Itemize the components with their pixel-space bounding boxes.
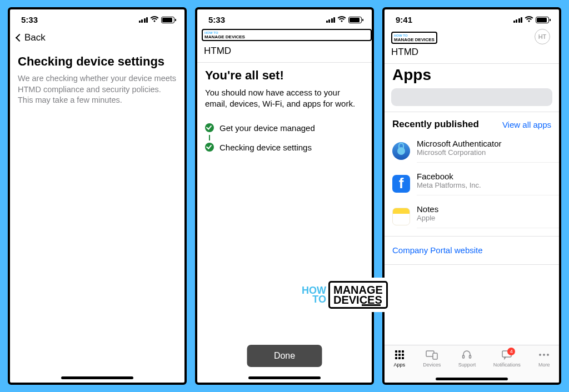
step-item: Get your device managed: [205, 123, 364, 133]
tab-more[interactable]: More: [538, 349, 550, 368]
apps-icon: [393, 349, 406, 361]
notifications-icon: 4: [501, 349, 513, 361]
check-circle-icon: [205, 123, 214, 132]
app-publisher: Meta Platforms, Inc.: [417, 181, 559, 189]
tab-devices[interactable]: Devices: [423, 349, 441, 368]
status-time: 5:33: [21, 15, 38, 24]
app-item-authenticator[interactable]: Microsoft Authenticator Microsoft Corpor…: [385, 134, 559, 167]
svg-rect-1: [433, 353, 437, 359]
phone-screen-3: 9:41 HOW TO MANAGE DEVICES HT HTMD Apps …: [382, 7, 561, 385]
divider: [385, 264, 559, 265]
logo-md: MANAGE DEVICES: [204, 34, 245, 39]
more-icon: [538, 349, 550, 361]
tab-label: Notifications: [493, 362, 521, 368]
wifi-icon: [525, 16, 533, 24]
app-header: HOW TO MANAGE DEVICES HT: [385, 27, 559, 46]
section-header: Recently published View all apps: [385, 112, 559, 134]
status-icons: [326, 16, 362, 24]
page-subtext: You should now have access to your email…: [197, 84, 372, 110]
signal-icon: [513, 17, 523, 23]
status-icons: [513, 16, 550, 24]
tab-support[interactable]: Support: [458, 349, 476, 368]
org-title: HTMD: [385, 46, 559, 63]
page-subtext: We are checking whether your device meet…: [10, 70, 184, 106]
back-label: Back: [24, 32, 46, 43]
authenticator-icon: [392, 142, 410, 160]
app-name: Notes: [417, 204, 559, 214]
page-headline: You're all set!: [197, 63, 372, 84]
app-item-facebook[interactable]: f Facebook Meta Platforms, Inc.: [385, 167, 559, 200]
status-time: 5:33: [208, 15, 225, 24]
wm-to: TO: [302, 295, 326, 304]
status-bar: 9:41: [385, 9, 559, 27]
section-title: Recently published: [392, 119, 479, 130]
phone-screen-1: 5:33 Back Checking device settings We ar…: [8, 7, 187, 385]
tab-bar: Apps Devices Support 4 Notifications: [385, 345, 559, 383]
tab-label: Devices: [423, 362, 441, 368]
battery-icon: [161, 17, 174, 23]
status-icons: [139, 16, 175, 24]
done-button[interactable]: Done: [247, 345, 322, 367]
battery-icon: [348, 17, 362, 23]
apps-title: Apps: [385, 64, 559, 88]
home-indicator[interactable]: [61, 376, 133, 379]
home-indicator[interactable]: [248, 376, 321, 379]
back-button[interactable]: Back: [10, 27, 184, 49]
app-publisher: Apple: [417, 214, 559, 222]
signal-icon: [326, 17, 336, 23]
status-bar: 5:33: [10, 9, 184, 27]
signal-icon: [139, 17, 148, 23]
home-indicator[interactable]: [436, 378, 508, 380]
wm-devices: DEVICES: [333, 295, 383, 305]
tab-apps[interactable]: Apps: [393, 349, 406, 368]
tab-label: More: [538, 362, 550, 368]
step-label: Get your device managed: [219, 123, 315, 133]
wifi-icon: [337, 16, 346, 24]
company-portal-link: Company Portal website: [392, 245, 483, 255]
battery-icon: [536, 17, 549, 23]
htmd-logo: HOW TO MANAGE DEVICES: [202, 29, 372, 41]
org-title: HTMD: [197, 41, 372, 62]
notification-badge: 4: [507, 348, 515, 355]
check-circle-icon: [205, 143, 214, 152]
app-name: Facebook: [417, 172, 559, 181]
phone-screen-2: 5:33 HOW TO MANAGE DEVICES HTMD You're a…: [195, 7, 374, 385]
view-all-link[interactable]: View all apps: [502, 120, 551, 129]
svg-point-7: [547, 354, 549, 356]
svg-point-5: [539, 354, 541, 356]
page-headline: Checking device settings: [10, 49, 184, 70]
step-connector: [209, 135, 210, 140]
watermark-logo: HOW TO MANAGE DEVICES: [297, 278, 391, 312]
svg-point-6: [543, 354, 545, 356]
tab-label: Support: [458, 362, 476, 368]
app-item-notes[interactable]: Notes Apple: [385, 200, 559, 233]
portal-link-row[interactable]: Company Portal website: [385, 237, 559, 264]
svg-rect-3: [470, 355, 471, 358]
search-input[interactable]: [391, 88, 552, 106]
wifi-icon: [150, 16, 159, 24]
notes-icon: [392, 208, 410, 225]
support-icon: [461, 349, 473, 361]
chevron-left-icon: [16, 34, 23, 42]
app-name: Microsoft Authenticator: [417, 139, 559, 148]
step-label: Checking device settings: [219, 143, 312, 152]
search-wrap: [385, 88, 559, 112]
tab-notifications[interactable]: 4 Notifications: [493, 349, 521, 368]
facebook-icon: f: [392, 175, 410, 193]
status-time: 9:41: [396, 15, 412, 24]
avatar[interactable]: HT: [535, 29, 550, 44]
devices-icon: [426, 349, 438, 361]
svg-rect-2: [463, 355, 465, 358]
status-bar: 5:33: [197, 9, 372, 27]
steps-list: Get your device managed Checking device …: [197, 110, 372, 165]
logo-md: MANAGE DEVICES: [394, 37, 435, 42]
tab-label: Apps: [393, 362, 405, 368]
app-publisher: Microsoft Corporation: [417, 148, 559, 157]
htmd-logo: HOW TO MANAGE DEVICES: [391, 32, 437, 44]
step-item: Checking device settings: [205, 143, 364, 152]
